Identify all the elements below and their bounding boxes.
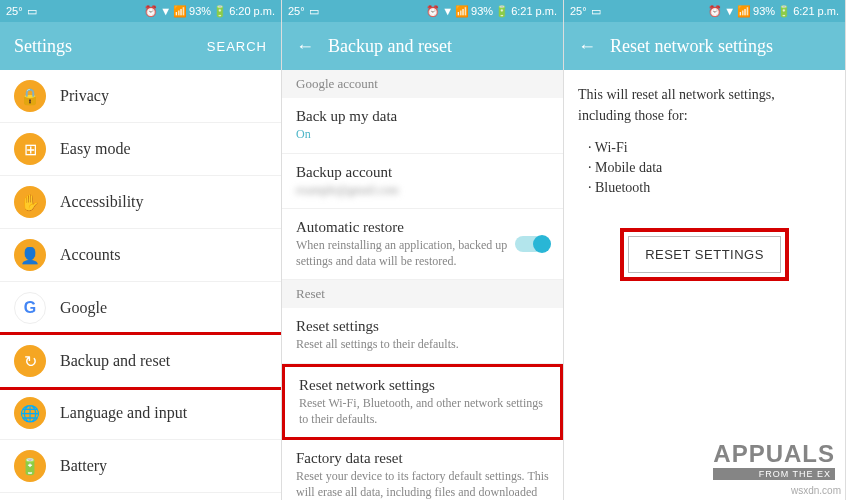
label: Battery [60, 457, 107, 475]
temp-indicator: 25° [570, 5, 587, 17]
clock-time: 6:21 p.m. [511, 5, 557, 17]
signal-icon: 📶 [173, 5, 187, 18]
info-text: This will reset all network settings, in… [564, 70, 845, 140]
appuals-logo: APPUALS [713, 440, 835, 468]
user-icon: 👤 [14, 239, 46, 271]
settings-item-accessibility[interactable]: ✋ Accessibility [0, 176, 281, 229]
bullet-bluetooth: · Bluetooth [588, 180, 831, 196]
page-title: Reset network settings [610, 36, 831, 57]
battery-icon: 🔋 [213, 5, 227, 18]
screen-reset-network: 25° ▭ ⏰ ▼ 📶 93% 🔋 6:21 p.m. ← Reset netw… [564, 0, 846, 500]
title: Back up my data [296, 108, 549, 125]
hand-icon: ✋ [14, 186, 46, 218]
header-reset-network: ← Reset network settings [564, 22, 845, 70]
backup-account[interactable]: Backup account example@gmail.com [282, 154, 563, 210]
automatic-restore[interactable]: Automatic restore When reinstalling an a… [282, 209, 563, 280]
battery-pct: 93% [189, 5, 211, 17]
back-icon[interactable]: ← [296, 36, 314, 57]
header-backup-reset: ← Backup and reset [282, 22, 563, 70]
status-bar: 25° ▭ ⏰ ▼ 📶 93% 🔋 6:21 p.m. [282, 0, 563, 22]
bullet-wifi: · Wi-Fi [588, 140, 831, 156]
temp-indicator: 25° [288, 5, 305, 17]
back-icon[interactable]: ← [578, 36, 596, 57]
settings-item-google[interactable]: G Google [0, 282, 281, 335]
wifi-icon: ▼ [724, 5, 735, 17]
label: Language and input [60, 404, 187, 422]
screen-settings: 25° ▭ ⏰ ▼ 📶 93% 🔋 6:20 p.m. Settings SEA… [0, 0, 282, 500]
label: Accessibility [60, 193, 144, 211]
status-bar: 25° ▭ ⏰ ▼ 📶 93% 🔋 6:20 p.m. [0, 0, 281, 22]
battery-icon: 🔋 [14, 450, 46, 482]
label: Easy mode [60, 140, 131, 158]
title: Reset settings [296, 318, 549, 335]
settings-item-privacy[interactable]: 🔒 Privacy [0, 70, 281, 123]
label: Backup and reset [60, 352, 170, 370]
sub: When reinstalling an application, backed… [296, 238, 549, 269]
appuals-watermark: APPUALS FROM THE EX [713, 440, 835, 480]
settings-item-easy-mode[interactable]: ⊞ Easy mode [0, 123, 281, 176]
bullet-list: · Wi-Fi · Mobile data · Bluetooth [564, 140, 845, 214]
screenshot-icon: ▭ [27, 5, 37, 18]
watermark: wsxdn.com [791, 485, 841, 496]
bullet-mobile-data: · Mobile data [588, 160, 831, 176]
screen-backup-reset: 25° ▭ ⏰ ▼ 📶 93% 🔋 6:21 p.m. ← Backup and… [282, 0, 564, 500]
backup-my-data[interactable]: Back up my data On [282, 98, 563, 154]
settings-item-language[interactable]: 🌐 Language and input [0, 387, 281, 440]
settings-item-storage[interactable]: ▭ Storage [0, 493, 281, 500]
reset-settings[interactable]: Reset settings Reset all settings to the… [282, 308, 563, 364]
sub: Reset Wi-Fi, Bluetooth, and other networ… [299, 396, 546, 427]
search-button[interactable]: SEARCH [207, 39, 267, 54]
alarm-icon: ⏰ [708, 5, 722, 18]
status-bar: 25° ▭ ⏰ ▼ 📶 93% 🔋 6:21 p.m. [564, 0, 845, 22]
settings-list: 🔒 Privacy ⊞ Easy mode ✋ Accessibility 👤 … [0, 70, 281, 500]
settings-item-accounts[interactable]: 👤 Accounts [0, 229, 281, 282]
title: Factory data reset [296, 450, 549, 467]
label: Privacy [60, 87, 109, 105]
lock-icon: 🔒 [14, 80, 46, 112]
backup-reset-content: Google account Back up my data On Backup… [282, 70, 563, 500]
factory-data-reset[interactable]: Factory data reset Reset your device to … [282, 440, 563, 500]
alarm-icon: ⏰ [144, 5, 158, 18]
battery-icon: 🔋 [777, 5, 791, 18]
signal-icon: 📶 [737, 5, 751, 18]
highlight-box: RESET SETTINGS [620, 228, 789, 281]
temp-indicator: 25° [6, 5, 23, 17]
title: Reset network settings [299, 377, 546, 394]
wifi-icon: ▼ [442, 5, 453, 17]
title: Automatic restore [296, 219, 549, 236]
page-title: Backup and reset [328, 36, 549, 57]
wifi-icon: ▼ [160, 5, 171, 17]
sub: Reset all settings to their defaults. [296, 337, 549, 353]
reset-icon: ↻ [14, 345, 46, 377]
sub: Reset your device to its factory default… [296, 469, 549, 500]
battery-pct: 93% [753, 5, 775, 17]
screenshot-icon: ▭ [591, 5, 601, 18]
settings-item-battery[interactable]: 🔋 Battery [0, 440, 281, 493]
clock-time: 6:21 p.m. [793, 5, 839, 17]
signal-icon: 📶 [455, 5, 469, 18]
clock-time: 6:20 p.m. [229, 5, 275, 17]
label: Google [60, 299, 107, 317]
reset-network-settings[interactable]: Reset network settings Reset Wi-Fi, Blue… [282, 364, 563, 440]
screenshot-icon: ▭ [309, 5, 319, 18]
google-icon: G [14, 292, 46, 324]
battery-icon: 🔋 [495, 5, 509, 18]
page-title: Settings [14, 36, 207, 57]
reset-network-content: This will reset all network settings, in… [564, 70, 845, 500]
grid-icon: ⊞ [14, 133, 46, 165]
header-settings: Settings SEARCH [0, 22, 281, 70]
label: Accounts [60, 246, 120, 264]
settings-item-backup-reset[interactable]: ↻ Backup and reset [0, 332, 281, 390]
reset-settings-button[interactable]: RESET SETTINGS [628, 236, 781, 273]
toggle-switch[interactable] [515, 236, 549, 252]
appuals-tag: FROM THE EX [713, 468, 835, 480]
section-reset: Reset [282, 280, 563, 308]
title: Backup account [296, 164, 549, 181]
reset-button-wrap: RESET SETTINGS [564, 214, 845, 295]
sub: On [296, 127, 549, 143]
globe-icon: 🌐 [14, 397, 46, 429]
battery-pct: 93% [471, 5, 493, 17]
section-google-account: Google account [282, 70, 563, 98]
sub: example@gmail.com [296, 183, 549, 199]
alarm-icon: ⏰ [426, 5, 440, 18]
